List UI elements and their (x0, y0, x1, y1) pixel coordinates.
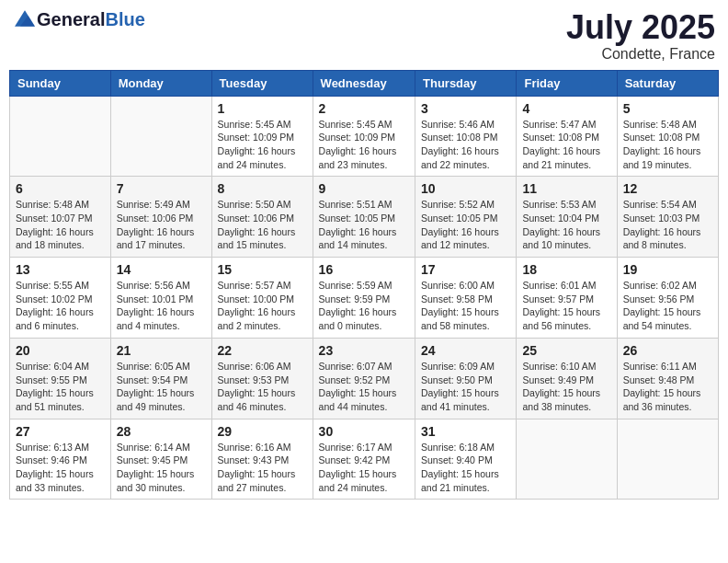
calendar-day-cell: 9Sunrise: 5:51 AM Sunset: 10:05 PM Dayli… (313, 177, 415, 258)
day-number: 20 (16, 343, 105, 358)
calendar-day-cell: 19Sunrise: 6:02 AM Sunset: 9:56 PM Dayli… (617, 258, 718, 339)
calendar-day-cell (617, 419, 718, 500)
day-number: 31 (421, 424, 510, 439)
calendar-day-cell: 16Sunrise: 5:59 AM Sunset: 9:59 PM Dayli… (313, 258, 415, 339)
day-number: 7 (117, 181, 206, 196)
calendar-week-row: 13Sunrise: 5:55 AM Sunset: 10:02 PM Dayl… (10, 258, 719, 339)
day-number: 25 (522, 343, 610, 358)
day-info: Sunrise: 5:59 AM Sunset: 9:59 PM Dayligh… (319, 279, 409, 333)
day-info: Sunrise: 6:14 AM Sunset: 9:45 PM Dayligh… (117, 441, 206, 495)
day-info: Sunrise: 6:05 AM Sunset: 9:54 PM Dayligh… (117, 360, 206, 414)
day-number: 22 (218, 343, 307, 358)
calendar-day-cell: 18Sunrise: 6:01 AM Sunset: 9:57 PM Dayli… (517, 258, 617, 339)
day-info: Sunrise: 6:10 AM Sunset: 9:49 PM Dayligh… (522, 360, 610, 414)
calendar-day-cell: 1Sunrise: 5:45 AM Sunset: 10:09 PM Dayli… (211, 96, 313, 177)
day-number: 26 (623, 343, 712, 358)
calendar-day-cell: 10Sunrise: 5:52 AM Sunset: 10:05 PM Dayl… (415, 177, 517, 258)
day-info: Sunrise: 6:01 AM Sunset: 9:57 PM Dayligh… (522, 279, 610, 333)
calendar-day-cell: 14Sunrise: 5:56 AM Sunset: 10:01 PM Dayl… (110, 258, 211, 339)
day-info: Sunrise: 6:11 AM Sunset: 9:48 PM Dayligh… (623, 360, 712, 414)
day-number: 3 (421, 101, 510, 116)
calendar-week-row: 1Sunrise: 5:45 AM Sunset: 10:09 PM Dayli… (10, 96, 719, 177)
day-number: 10 (421, 181, 510, 196)
day-info: Sunrise: 5:53 AM Sunset: 10:04 PM Daylig… (522, 198, 610, 252)
calendar-day-cell: 24Sunrise: 6:09 AM Sunset: 9:50 PM Dayli… (415, 338, 517, 419)
calendar-week-row: 6Sunrise: 5:48 AM Sunset: 10:07 PM Dayli… (10, 177, 719, 258)
day-info: Sunrise: 5:56 AM Sunset: 10:01 PM Daylig… (117, 279, 206, 333)
day-number: 23 (319, 343, 409, 358)
day-info: Sunrise: 6:13 AM Sunset: 9:46 PM Dayligh… (16, 441, 105, 495)
day-info: Sunrise: 5:57 AM Sunset: 10:00 PM Daylig… (218, 279, 307, 333)
calendar-day-cell: 11Sunrise: 5:53 AM Sunset: 10:04 PM Dayl… (517, 177, 617, 258)
day-number: 5 (623, 101, 712, 116)
day-info: Sunrise: 5:55 AM Sunset: 10:02 PM Daylig… (16, 279, 105, 333)
calendar-day-cell: 13Sunrise: 5:55 AM Sunset: 10:02 PM Dayl… (10, 258, 111, 339)
day-number: 4 (522, 101, 610, 116)
day-number: 1 (218, 101, 307, 116)
calendar-day-cell: 5Sunrise: 5:48 AM Sunset: 10:08 PM Dayli… (617, 96, 718, 177)
day-number: 9 (319, 181, 409, 196)
day-info: Sunrise: 5:50 AM Sunset: 10:06 PM Daylig… (218, 198, 307, 252)
day-number: 19 (623, 262, 712, 277)
day-info: Sunrise: 6:16 AM Sunset: 9:43 PM Dayligh… (218, 441, 307, 495)
month-title: July 2025 (566, 9, 715, 46)
day-info: Sunrise: 6:07 AM Sunset: 9:52 PM Dayligh… (319, 360, 409, 414)
calendar-day-cell: 8Sunrise: 5:50 AM Sunset: 10:06 PM Dayli… (211, 177, 313, 258)
calendar-day-cell: 3Sunrise: 5:46 AM Sunset: 10:08 PM Dayli… (415, 96, 517, 177)
calendar-day-cell: 12Sunrise: 5:54 AM Sunset: 10:03 PM Dayl… (617, 177, 718, 258)
day-info: Sunrise: 5:52 AM Sunset: 10:05 PM Daylig… (421, 198, 510, 252)
calendar-day-cell: 6Sunrise: 5:48 AM Sunset: 10:07 PM Dayli… (10, 177, 111, 258)
calendar-day-cell: 30Sunrise: 6:17 AM Sunset: 9:42 PM Dayli… (313, 419, 415, 500)
day-info: Sunrise: 6:00 AM Sunset: 9:58 PM Dayligh… (421, 279, 510, 333)
day-number: 6 (16, 181, 105, 196)
weekday-header-thursday: Thursday (415, 70, 517, 96)
page-header: GeneralBlue July 2025 Condette, France (9, 9, 719, 63)
title-block: July 2025 Condette, France (566, 9, 715, 63)
logo-text-general: General (37, 9, 105, 29)
day-info: Sunrise: 5:51 AM Sunset: 10:05 PM Daylig… (319, 198, 409, 252)
calendar-day-cell: 31Sunrise: 6:18 AM Sunset: 9:40 PM Dayli… (415, 419, 517, 500)
calendar-day-cell: 23Sunrise: 6:07 AM Sunset: 9:52 PM Dayli… (313, 338, 415, 419)
weekday-header-saturday: Saturday (617, 70, 718, 96)
logo-text-blue: Blue (105, 9, 144, 29)
calendar-day-cell: 17Sunrise: 6:00 AM Sunset: 9:58 PM Dayli… (415, 258, 517, 339)
weekday-header-friday: Friday (517, 70, 617, 96)
calendar-header-row: SundayMondayTuesdayWednesdayThursdayFrid… (10, 70, 719, 96)
day-number: 30 (319, 424, 409, 439)
day-info: Sunrise: 6:06 AM Sunset: 9:53 PM Dayligh… (218, 360, 307, 414)
calendar-day-cell: 28Sunrise: 6:14 AM Sunset: 9:45 PM Dayli… (110, 419, 211, 500)
day-number: 21 (117, 343, 206, 358)
location-title: Condette, France (566, 46, 715, 63)
calendar-table: SundayMondayTuesdayWednesdayThursdayFrid… (9, 70, 719, 500)
day-info: Sunrise: 6:04 AM Sunset: 9:55 PM Dayligh… (16, 360, 105, 414)
day-info: Sunrise: 5:47 AM Sunset: 10:08 PM Daylig… (522, 118, 610, 172)
day-info: Sunrise: 6:18 AM Sunset: 9:40 PM Dayligh… (421, 441, 510, 495)
day-info: Sunrise: 5:46 AM Sunset: 10:08 PM Daylig… (421, 118, 510, 172)
day-number: 2 (319, 101, 409, 116)
calendar-day-cell: 21Sunrise: 6:05 AM Sunset: 9:54 PM Dayli… (110, 338, 211, 419)
day-info: Sunrise: 6:17 AM Sunset: 9:42 PM Dayligh… (319, 441, 409, 495)
day-info: Sunrise: 6:02 AM Sunset: 9:56 PM Dayligh… (623, 279, 712, 333)
calendar-day-cell (110, 96, 211, 177)
day-info: Sunrise: 5:45 AM Sunset: 10:09 PM Daylig… (319, 118, 409, 172)
calendar-week-row: 27Sunrise: 6:13 AM Sunset: 9:46 PM Dayli… (10, 419, 719, 500)
calendar-day-cell: 4Sunrise: 5:47 AM Sunset: 10:08 PM Dayli… (517, 96, 617, 177)
day-number: 14 (117, 262, 206, 277)
day-number: 16 (319, 262, 409, 277)
day-info: Sunrise: 5:48 AM Sunset: 10:07 PM Daylig… (16, 198, 105, 252)
calendar-day-cell: 29Sunrise: 6:16 AM Sunset: 9:43 PM Dayli… (211, 419, 313, 500)
day-number: 24 (421, 343, 510, 358)
day-number: 28 (117, 424, 206, 439)
day-number: 18 (522, 262, 610, 277)
calendar-day-cell: 22Sunrise: 6:06 AM Sunset: 9:53 PM Dayli… (211, 338, 313, 419)
calendar-day-cell: 26Sunrise: 6:11 AM Sunset: 9:48 PM Dayli… (617, 338, 718, 419)
day-number: 29 (218, 424, 307, 439)
day-number: 13 (16, 262, 105, 277)
calendar-day-cell: 15Sunrise: 5:57 AM Sunset: 10:00 PM Dayl… (211, 258, 313, 339)
day-info: Sunrise: 5:54 AM Sunset: 10:03 PM Daylig… (623, 198, 712, 252)
calendar-day-cell: 27Sunrise: 6:13 AM Sunset: 9:46 PM Dayli… (10, 419, 111, 500)
day-info: Sunrise: 5:45 AM Sunset: 10:09 PM Daylig… (218, 118, 307, 172)
calendar-day-cell: 7Sunrise: 5:49 AM Sunset: 10:06 PM Dayli… (110, 177, 211, 258)
logo-mark (13, 10, 35, 30)
weekday-header-tuesday: Tuesday (211, 70, 313, 96)
